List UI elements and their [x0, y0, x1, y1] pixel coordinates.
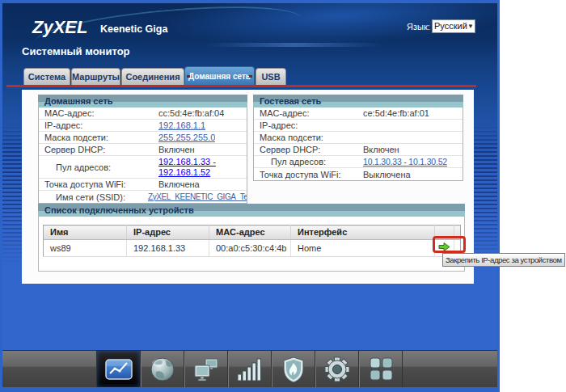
field-row: Сервер DHCP: Включен — [254, 144, 463, 156]
toolbar-edge — [402, 351, 403, 387]
field-row: Маска подсети: — [254, 132, 463, 144]
page-title: Системный монитор — [22, 45, 130, 57]
zyxel-logo: ZyXEL — [32, 17, 87, 38]
toolbar-item-wifi[interactable] — [227, 351, 271, 387]
toolbar-item-applications[interactable] — [358, 351, 402, 387]
router-admin-window: ZyXEL Keenetic Giga Язык: Русский ▼ Сист… — [0, 0, 500, 392]
panel-title: Домашняя сеть — [38, 95, 247, 107]
annotation-red-box — [433, 236, 466, 253]
home-network-panel: Домашняя сеть MAC-адрес: cc:5d:4e:fb:af:… — [38, 95, 247, 204]
field-row: Пул адресов: 10.1.30.33 - 10.1.30.52 — [254, 156, 463, 168]
guest-pool-link[interactable]: 10.1.30.33 - 10.1.30.52 — [363, 156, 447, 167]
content-area: Домашняя сеть MAC-адрес: cc:5d:4e:fb:af:… — [22, 90, 474, 284]
pool-end-link[interactable]: 192.168.1.52 — [158, 167, 210, 177]
globe-icon — [146, 354, 179, 385]
guest-network-panel: Гостевая сеть MAC-адрес: ce:5d:4e:fb:af:… — [253, 95, 463, 181]
red-divider — [6, 85, 476, 87]
toolbar-item-home-network[interactable] — [184, 351, 227, 387]
toolbar-item-security[interactable] — [271, 351, 315, 387]
devices-table: Имя IP-адрес MAC-адрес Интерфейс ws89 19… — [43, 225, 461, 257]
toolbar-item-internet[interactable] — [140, 351, 184, 387]
toolbar-item-settings[interactable] — [315, 351, 358, 387]
shield-icon — [277, 354, 310, 385]
ip-address-link[interactable]: 192.168.1.1 — [158, 120, 205, 131]
tab-dash-right — [249, 75, 252, 78]
tab-home-network[interactable]: Домашняя сеть — [184, 66, 255, 85]
field-row: Имя сети (SSID): ZyXEL_KEENETIC_GIGA_Te — [39, 191, 247, 203]
panel-title: Гостевая сеть — [253, 95, 463, 107]
bottom-toolbar — [2, 350, 497, 387]
apps-grid-icon — [365, 354, 397, 385]
field-row: Маска подсети: 255.255.255.0 — [39, 132, 247, 144]
toolbar-item-system-monitor[interactable] — [96, 351, 140, 387]
gear-icon — [321, 354, 353, 385]
pool-start-link[interactable]: 192.168.1.33 - — [158, 157, 216, 166]
tab-routes[interactable]: Маршруты — [71, 68, 120, 85]
signal-bars-icon — [234, 354, 266, 385]
field-row: Сервер DHCP: Включен — [39, 144, 247, 156]
field-row: Пул адресов: 192.168.1.33 - 192.168.1.52 — [39, 156, 247, 179]
field-row: IP-адрес: — [254, 120, 463, 132]
tab-dash-left — [187, 75, 190, 78]
subnet-mask-link[interactable]: 255.255.255.0 — [158, 132, 215, 143]
ssid-link[interactable]: ZyXEL_KEENETIC_GIGA_Te — [148, 192, 247, 203]
device-ip: 192.168.1.33 — [127, 240, 209, 257]
chart-icon — [103, 354, 135, 385]
panel-title: Список подключенных устройств — [38, 204, 465, 217]
tab-connections[interactable]: Соединения — [121, 68, 184, 85]
field-row: Точка доступа WiFi: Включена — [39, 179, 247, 191]
device-row: ws89 192.168.1.33 00:a0:c5:30:c4:4b Home — [44, 240, 461, 257]
device-name: ws89 — [44, 240, 127, 257]
language-value: Русский — [434, 21, 467, 31]
tooltip: Закрепить IP-адрес за устройством — [442, 253, 565, 267]
field-row: MAC-адрес: cc:5d:4e:fb:af:04 — [39, 107, 247, 120]
model-name: Keenetic Giga — [100, 23, 167, 35]
language-label: Язык: — [407, 22, 430, 32]
connected-devices-panel: Список подключенных устройств Имя IP-адр… — [38, 204, 465, 272]
tab-system[interactable]: Система — [23, 68, 70, 85]
table-header-row: Имя IP-адрес MAC-адрес Интерфейс — [44, 226, 461, 240]
field-row: IP-адрес: 192.168.1.1 — [39, 120, 247, 132]
field-row: Точка доступа WiFi: Выключена — [254, 168, 463, 180]
language-select[interactable]: Русский ▼ — [432, 19, 475, 33]
computers-icon — [190, 354, 222, 385]
tab-label: Домашняя сеть — [188, 72, 251, 81]
device-mac: 00:a0:c5:30:c4:4b — [209, 240, 291, 257]
tab-usb[interactable]: USB — [256, 68, 286, 85]
tab-bar: Система Маршруты Соединения Домашняя сет… — [2, 68, 497, 85]
field-row: MAC-адрес: ce:5d:4e:fb:af:01 — [254, 107, 463, 120]
device-iface: Home — [291, 240, 435, 257]
chevron-down-icon: ▼ — [467, 23, 474, 30]
